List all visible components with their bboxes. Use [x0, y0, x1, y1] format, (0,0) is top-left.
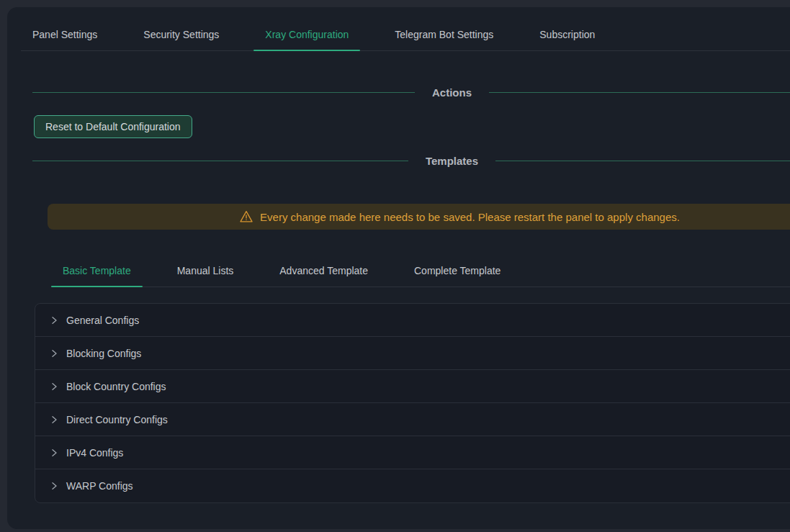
tab-xray-configuration[interactable]: Xray Configuration	[253, 19, 360, 50]
tab-telegram-bot-settings[interactable]: Telegram Bot Settings	[383, 19, 505, 50]
panel-blocking-configs[interactable]: Blocking Configs	[35, 337, 790, 370]
chevron-right-icon	[50, 482, 58, 490]
tab-basic-template[interactable]: Basic Template	[51, 255, 143, 287]
panel-ipv4-configs[interactable]: IPv4 Configs	[35, 436, 790, 469]
warning-icon	[239, 209, 253, 224]
actions-divider: Actions	[32, 84, 790, 100]
config-panel-label: Blocking Configs	[66, 348, 141, 359]
config-panel-label: Block Country Configs	[66, 381, 166, 392]
template-tab-label: Manual Lists	[177, 265, 234, 276]
reset-to-default-button[interactable]: Reset to Default Configuration	[34, 115, 192, 138]
config-panel-label: Direct Country Configs	[66, 414, 168, 425]
tab-manual-lists[interactable]: Manual Lists	[166, 255, 246, 287]
settings-tab-label: Panel Settings	[32, 29, 97, 40]
chevron-right-icon	[50, 448, 58, 457]
chevron-right-icon	[50, 415, 58, 424]
tab-panel-settings[interactable]: Panel Settings	[21, 19, 109, 50]
restart-warning-alert: Every change made here needs to be saved…	[48, 204, 790, 230]
actions-button-row: Reset to Default Configuration	[34, 115, 790, 138]
config-panel-label: IPv4 Configs	[66, 447, 123, 459]
template-tab-label: Advanced Template	[279, 265, 368, 276]
actions-divider-label: Actions	[415, 86, 489, 99]
restart-warning-text: Every change made here needs to be saved…	[260, 211, 680, 223]
config-panel-label: General Configs	[66, 315, 139, 326]
chevron-right-icon	[50, 316, 58, 325]
settings-tab-label: Xray Configuration	[265, 29, 349, 40]
settings-card: Panel Settings Security Settings Xray Co…	[7, 7, 790, 529]
panel-warp-configs[interactable]: WARP Configs	[35, 469, 790, 502]
template-tabbar: Basic Template Manual Lists Advanced Tem…	[51, 255, 790, 287]
settings-tab-label: Security Settings	[143, 29, 219, 40]
tab-subscription[interactable]: Subscription	[528, 19, 606, 50]
settings-tabbar: Panel Settings Security Settings Xray Co…	[21, 7, 790, 51]
panel-general-configs[interactable]: General Configs	[35, 304, 790, 337]
chevron-right-icon	[50, 382, 58, 391]
config-panel-label: WARP Configs	[66, 480, 133, 492]
templates-divider: Templates	[32, 153, 790, 168]
chevron-right-icon	[50, 349, 58, 358]
configs-accordion: General Configs Blocking Configs Block C…	[35, 303, 790, 503]
tab-complete-template[interactable]: Complete Template	[403, 255, 512, 287]
settings-tab-label: Telegram Bot Settings	[395, 29, 493, 40]
template-tab-label: Basic Template	[63, 265, 131, 276]
template-tab-label: Complete Template	[414, 265, 501, 276]
panel-block-country-configs[interactable]: Block Country Configs	[35, 370, 790, 403]
settings-tab-label: Subscription	[539, 29, 595, 40]
templates-divider-label: Templates	[408, 155, 495, 167]
panel-direct-country-configs[interactable]: Direct Country Configs	[35, 403, 790, 436]
tab-security-settings[interactable]: Security Settings	[132, 19, 230, 50]
tab-advanced-template[interactable]: Advanced Template	[268, 255, 380, 287]
